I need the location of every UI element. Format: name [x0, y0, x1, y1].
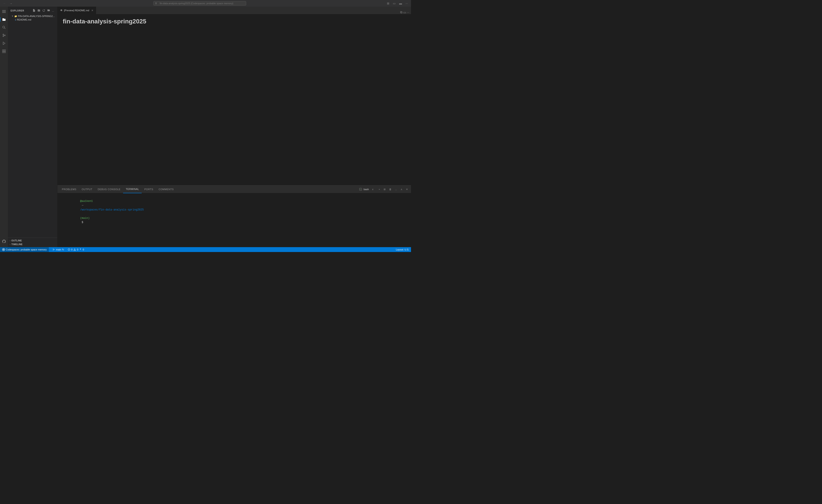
layout-label: Layout: U.S.: [396, 248, 409, 251]
search-input[interactable]: [153, 1, 246, 6]
status-bar-right: Layout: U.S.: [394, 247, 411, 252]
sidebar: EXPLORER ...: [8, 7, 57, 247]
terminal-collapse-button[interactable]: ∧: [399, 188, 404, 191]
timeline-panel-toggle[interactable]: › TIMELINE: [8, 243, 57, 246]
activity-bar-github[interactable]: [0, 237, 8, 245]
sync-icon: ↻: [62, 248, 64, 251]
panel-tab-comments[interactable]: COMMENTS: [156, 186, 176, 193]
terminal-user: @aa1ken1: [80, 200, 93, 203]
branch-name: main: [56, 248, 61, 251]
more-actions-button[interactable]: ···: [404, 1, 409, 6]
timeline-chevron-icon: ›: [10, 243, 11, 246]
terminal-shell-label: bash ∨: [358, 187, 377, 192]
svg-rect-12: [2, 51, 4, 53]
title-bar-actions: ⊞ ▭ ▬ ···: [386, 1, 409, 6]
terminal-split-button[interactable]: ⊞: [382, 188, 387, 191]
preview-icon: 👁: [60, 9, 63, 12]
svg-point-3: [3, 26, 5, 28]
folder-icon: 📁: [14, 15, 17, 17]
sidebar-bottom-panels: › OUTLINE › TIMELINE: [8, 238, 57, 247]
tab-readme-preview[interactable]: 👁 [Preview] README.md ×: [57, 7, 96, 14]
title-bar-nav: ← →: [2, 1, 14, 6]
terminal-dropdown-icon: ∨: [371, 188, 375, 191]
panel-tab-problems[interactable]: PROBLEMS: [59, 186, 79, 193]
tab-label: [Preview] README.md: [64, 9, 89, 12]
readme-filename: README.md: [17, 18, 31, 21]
status-codespace[interactable]: Codespaces: probable space memory: [0, 247, 49, 252]
activity-bar-run-debug[interactable]: [0, 39, 8, 47]
svg-marker-9: [3, 42, 5, 45]
svg-rect-1: [2, 11, 6, 12]
main-layout: EXPLORER ...: [0, 7, 411, 247]
activity-bar-menu[interactable]: [0, 8, 8, 15]
terminal-prompt: $: [80, 221, 85, 224]
terminal-space: [80, 212, 81, 216]
status-bar-left: Codespaces: probable space memory main ↻…: [0, 247, 86, 252]
toggle-panel-button[interactable]: ▬: [398, 1, 403, 6]
root-folder-name: FIN-DATA-ANALYSIS-SPRING2...: [18, 15, 55, 17]
activity-bar: [0, 7, 8, 247]
sidebar-header: EXPLORER ...: [8, 7, 57, 14]
svg-point-6: [3, 36, 4, 37]
activity-bar-source-control[interactable]: [0, 31, 8, 39]
customize-layout-button[interactable]: ⊞: [386, 1, 391, 6]
terminal-add-button[interactable]: +: [377, 188, 381, 191]
new-file-button[interactable]: [32, 8, 36, 13]
terminal-kill-button[interactable]: 🗑: [388, 188, 393, 191]
outline-panel-toggle[interactable]: › OUTLINE: [8, 239, 57, 243]
toggle-primary-sidebar-button[interactable]: ▭: [392, 1, 397, 6]
back-button[interactable]: ←: [2, 1, 7, 6]
activity-bar-extensions[interactable]: [0, 47, 8, 55]
status-errors[interactable]: 0 0 0: [66, 247, 86, 252]
activity-bar-explorer[interactable]: [0, 15, 8, 23]
tree-root-folder[interactable]: ▼ 📁 FIN-DATA-ANALYSIS-SPRING2...: [8, 14, 57, 18]
editor-more-button[interactable]: ···: [407, 11, 409, 14]
panel-tab-debug-console[interactable]: DEBUG CONSOLE: [95, 186, 123, 193]
panel-tab-output[interactable]: OUTPUT: [79, 186, 95, 193]
svg-rect-10: [2, 50, 4, 51]
terminal-path: /workspaces/fin-data-analysis-spring2025: [80, 208, 144, 211]
svg-rect-0: [2, 10, 6, 11]
tree-item-readme[interactable]: ℹ README.md: [8, 18, 57, 21]
forward-button[interactable]: →: [8, 1, 14, 6]
tabs-bar: 👁 [Preview] README.md × ⧉ ▭ ···: [57, 7, 411, 14]
svg-rect-13: [4, 51, 6, 53]
refresh-button[interactable]: [42, 8, 46, 13]
svg-point-5: [3, 34, 4, 35]
svg-rect-2: [2, 12, 6, 13]
status-branch[interactable]: main ↻: [51, 247, 66, 252]
folder-chevron-icon: ▼: [11, 15, 13, 17]
terminal-content[interactable]: @aa1ken1 → /workspaces/fin-data-analysis…: [57, 193, 411, 247]
readme-heading: fin-data-analysis-spring2025: [63, 18, 406, 25]
panel-tab-ports[interactable]: PORTS: [142, 186, 156, 193]
info-icon: ℹ: [15, 19, 16, 21]
sidebar-header-actions: ...: [32, 8, 55, 13]
terminal-branch: (main): [80, 217, 89, 220]
status-layout[interactable]: Layout: U.S.: [394, 247, 411, 252]
panel-tab-terminal[interactable]: TERMINAL: [123, 186, 142, 193]
panel-tabs: PROBLEMS OUTPUT DEBUG CONSOLE TERMINAL P…: [57, 186, 411, 193]
terminal-close-button[interactable]: ✕: [405, 188, 409, 191]
svg-point-16: [3, 249, 4, 250]
split-editor-button[interactable]: ▭: [403, 11, 406, 14]
editor-area: 👁 [Preview] README.md × ⧉ ▭ ··· fin-data…: [57, 7, 411, 247]
outline-chevron-icon: ›: [10, 240, 11, 242]
title-bar: ← → ⚲ ⊞ ▭ ▬ ···: [0, 0, 411, 7]
activity-bar-search[interactable]: [0, 23, 8, 31]
collapse-all-button[interactable]: [47, 8, 51, 13]
tab-close-button[interactable]: ×: [91, 9, 93, 12]
error-count: 0: [71, 248, 72, 251]
outline-label: OUTLINE: [11, 239, 22, 242]
open-external-button[interactable]: ⧉: [400, 10, 402, 14]
svg-point-18: [53, 250, 53, 250]
notification-count: 0: [83, 248, 84, 251]
svg-line-4: [4, 28, 6, 29]
new-folder-button[interactable]: [37, 8, 41, 13]
svg-point-17: [53, 249, 53, 249]
preview-content: fin-data-analysis-spring2025: [63, 18, 406, 25]
status-bar: Codespaces: probable space memory main ↻…: [0, 247, 411, 252]
terminal-more-button[interactable]: ...: [394, 188, 398, 191]
sidebar-more-button[interactable]: ...: [51, 8, 55, 13]
warning-count: 0: [77, 248, 78, 251]
editor-content: fin-data-analysis-spring2025: [57, 14, 411, 185]
